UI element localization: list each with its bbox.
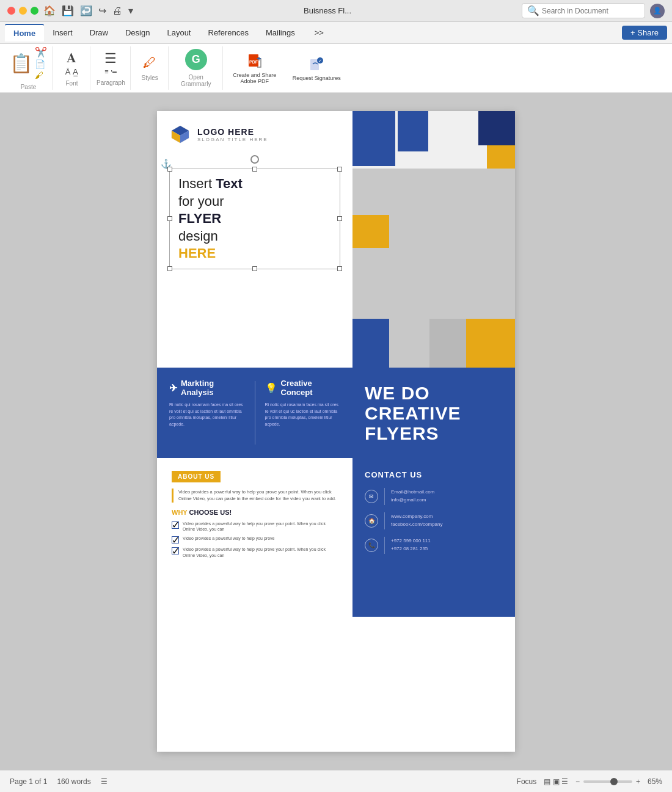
shape-blue-3 (352, 319, 389, 368)
logo-slogan: SLOGAN TITLE HERE (197, 137, 268, 142)
tab-home[interactable]: Home (5, 24, 44, 42)
handle-tl[interactable] (167, 167, 172, 172)
paste-label: Paste (21, 84, 37, 90)
shape-yellow-1 (487, 145, 515, 169)
zoom-level[interactable]: 65% (648, 777, 662, 786)
tab-draw[interactable]: Draw (81, 24, 117, 41)
zoom-plus[interactable]: + (636, 777, 640, 786)
creative-body: Ri notic qui rosamam faces ma sit ores r… (265, 402, 341, 427)
zoom-slider[interactable]: − + (575, 777, 640, 786)
grammarly-label[interactable]: Open Grammarly (175, 74, 217, 87)
status-bar-right: Focus ▤ ▣ ☰ − + 65% (517, 777, 662, 786)
checkbox-1[interactable]: ✓ (172, 521, 179, 529)
tab-mailings[interactable]: Mailings (257, 24, 304, 41)
document-title: Buisness Fl... (304, 6, 351, 15)
tab-more[interactable]: >> (306, 24, 332, 41)
handle-ml[interactable] (167, 216, 172, 221)
handle-bm[interactable] (252, 266, 257, 271)
styles-group: 🖊 Styles (132, 46, 169, 90)
tab-layout[interactable]: Layout (158, 24, 199, 41)
styles-icon: 🖊 (143, 55, 156, 71)
search-bar[interactable]: 🔍 (522, 3, 645, 18)
maximize-button[interactable] (31, 7, 38, 15)
contact-divider-1 (384, 488, 385, 505)
format-painter-icon[interactable]: 🖌 (35, 70, 47, 80)
marketing-heading: ✈ Markting Analysis (169, 379, 245, 397)
flyer-top-right (352, 111, 515, 368)
title-bar-right: 👤 (650, 4, 665, 18)
shape-blue-2 (398, 111, 428, 151)
flyer-top: ⚓ LOGO HERE SLOGAN TITLE HERE (157, 111, 515, 368)
paragraph-label: Paragraph (97, 79, 125, 86)
font-size-icon: Ā (65, 67, 71, 76)
flyer-mid-left: ✈ Markting Analysis Ri notic qui rosamam… (157, 368, 352, 458)
contact-email-text: Email@hotmail.com info@gmail.com (391, 489, 434, 504)
shape-yellow-2 (466, 319, 515, 368)
signatures-label: Request Signatures (293, 75, 341, 81)
save-icon[interactable]: 💾 (62, 5, 74, 16)
paragraph-icon: ☰ (104, 51, 117, 67)
search-input[interactable] (542, 7, 640, 15)
tab-design[interactable]: Design (117, 24, 158, 41)
logo-area: LOGO HERE SLOGAN TITLE HERE (169, 123, 340, 145)
zoom-thumb[interactable] (610, 778, 618, 785)
traffic-lights (7, 7, 38, 15)
share-button[interactable]: + Share (622, 26, 667, 40)
font-group: 𝐀 Ā A̲ Font (54, 46, 90, 90)
checkbox-3[interactable]: ✓ (172, 547, 179, 554)
print-icon[interactable]: 🖨 (112, 5, 122, 16)
align-icon: ≡ (104, 68, 108, 76)
handle-mr[interactable] (337, 216, 342, 221)
contact-divider-2 (384, 512, 385, 529)
close-button[interactable] (7, 7, 15, 15)
logo-title: LOGO HERE (197, 127, 268, 137)
send-icon: ✈ (169, 382, 177, 394)
avatar[interactable]: 👤 (650, 4, 665, 18)
marketing-body: Ri notic qui rosamam faces ma sit ores r… (169, 402, 245, 427)
check-item-2: ✓ Video provides a powerful way to help … (172, 536, 338, 543)
home-icon[interactable]: 🏠 (43, 5, 56, 16)
flyer-mid-right: WE DO CREATIVE FLYERS (352, 368, 515, 458)
contact-title: CONTACT US (365, 470, 503, 479)
search-icon: 🔍 (527, 5, 539, 16)
handle-bl[interactable] (167, 266, 172, 271)
contact-phone: 📞 +972 599 000 111 +972 08 281 235 (365, 537, 503, 554)
handle-tm[interactable] (252, 167, 257, 172)
focus-button[interactable]: Focus (517, 777, 537, 786)
more-icon[interactable]: ▾ (128, 5, 133, 16)
contact-email: ✉ Email@hotmail.com info@gmail.com (365, 488, 503, 505)
status-bar: Page 1 of 1 160 words ☰ Focus ▤ ▣ ☰ − + … (0, 770, 672, 792)
tab-insert[interactable]: Insert (44, 24, 81, 41)
paste-group: 📋 ✂️ 📄 🖌 Paste (5, 46, 53, 90)
document: ⚓ LOGO HERE SLOGAN TITLE HERE (157, 111, 515, 752)
adobe-pdf-label: Create and Share Adobe PDF (230, 72, 279, 84)
signatures-button[interactable]: ✓ Request Signatures (287, 46, 347, 90)
view-icons: ▤ ▣ ☰ (544, 777, 568, 786)
why-choose-heading: WHY CHOOSE US! (172, 509, 338, 516)
redo-icon[interactable]: ↪ (98, 5, 106, 16)
zoom-track (583, 780, 632, 783)
title-bar-nav-icons: 🏠 💾 ↩️ ↪ 🖨 ▾ (43, 5, 133, 16)
adobe-pdf-button[interactable]: PDF Create and Share Adobe PDF (224, 46, 285, 90)
tab-references[interactable]: References (200, 24, 257, 41)
rotate-handle[interactable] (250, 155, 259, 164)
grammarly-icon[interactable]: G (185, 49, 207, 70)
zoom-minus[interactable]: − (575, 777, 580, 786)
checkbox-2[interactable]: ✓ (172, 536, 179, 543)
copy-icon[interactable]: 📄 (35, 59, 47, 69)
insert-text: Insert Text for your FLYER design HERE (178, 175, 331, 263)
cut-icon[interactable]: ✂️ (35, 46, 47, 58)
marketing-col: ✈ Markting Analysis Ri notic qui rosamam… (169, 379, 245, 447)
contact-web-text: www.company.com facebook.com/company (391, 513, 443, 529)
minimize-button[interactable] (19, 7, 27, 15)
text-box-selected[interactable]: Insert Text for your FLYER design HERE (169, 169, 340, 269)
logo-text-group: LOGO HERE SLOGAN TITLE HERE (197, 127, 268, 142)
page-count: Page 1 of 1 (10, 777, 47, 786)
handle-br[interactable] (337, 266, 342, 271)
proofread-icon[interactable]: ☰ (101, 777, 108, 786)
grammarly-group: G Open Grammarly (170, 46, 223, 90)
title-bar: 🏠 💾 ↩️ ↪ 🖨 ▾ Buisness Fl... 🔍 👤 (0, 0, 672, 22)
handle-tr[interactable] (337, 167, 342, 172)
bulb-icon: 💡 (265, 382, 277, 394)
undo-icon[interactable]: ↩️ (80, 5, 92, 16)
